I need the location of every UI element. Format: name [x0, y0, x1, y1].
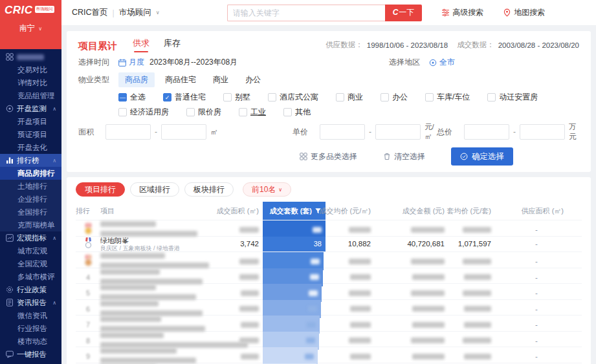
masked-text: [100, 279, 203, 284]
main-area: CRIC首页 | 市场顾问 ∨ C一下 高级搜索 地图搜索: [61, 0, 596, 364]
masked-text: [305, 354, 314, 359]
region-value[interactable]: 全市: [439, 57, 455, 68]
checkbox-icon: [223, 93, 232, 102]
sidebar-item[interactable]: 竞品组管理: [0, 89, 61, 102]
range-min-input[interactable]: [320, 124, 365, 140]
sidebar-group-item[interactable]: 行业政策: [0, 283, 61, 296]
subtype-checkbox[interactable]: 酒店式公寓: [268, 92, 318, 103]
rank-icon: [6, 156, 14, 164]
trash-icon: [383, 153, 391, 160]
table-row[interactable]: 绿地朗峯良庆区 / 五象南板块 / 绿地香港3,7423810,88240,72…: [76, 236, 582, 252]
sidebar-group-item[interactable]: 一键报告: [0, 348, 61, 361]
sidebar-item[interactable]: 预证项目: [0, 128, 61, 141]
table-row[interactable]: 7-: [76, 315, 582, 331]
sidebar-item[interactable]: 克而瑞榜单: [0, 219, 61, 231]
advanced-search-link[interactable]: 高级搜索: [441, 7, 483, 18]
subtype-checkbox[interactable]: —全选: [118, 92, 146, 103]
sidebar-group-item[interactable]: 排行榜∧: [0, 154, 61, 167]
table-row[interactable]: 4-: [76, 268, 582, 284]
masked-text: [463, 227, 491, 233]
sidebar-item[interactable]: 全国排行: [0, 206, 61, 219]
confirm-selection-button[interactable]: 确定选择: [451, 147, 513, 166]
sidebar-item[interactable]: 商品房排行: [0, 167, 61, 180]
subtype-checkbox[interactable]: ✓普通住宅: [163, 92, 206, 103]
search-button-label: 一下: [399, 8, 414, 17]
masked-text: [241, 290, 259, 296]
range-min-input[interactable]: [464, 124, 509, 140]
range-max-input[interactable]: [161, 124, 206, 140]
ranking-tab-板块排行[interactable]: 板块排行: [184, 182, 234, 197]
breadcrumb-home[interactable]: CRIC首页: [72, 7, 108, 18]
sidebar-item[interactable]: 土地排行: [0, 180, 61, 193]
range-max-input[interactable]: [375, 124, 421, 140]
sidebar-group-item[interactable]: 开盘监测∧: [0, 102, 61, 115]
checkbox-icon: [186, 108, 195, 116]
search-button[interactable]: C一下: [385, 5, 423, 21]
range-max-input[interactable]: [520, 124, 565, 140]
project-info: [100, 284, 196, 302]
table-row[interactable]: 5-: [76, 283, 582, 299]
sidebar-item[interactable]: 行业报告: [0, 322, 61, 335]
topbar: CRIC首页 | 市场顾问 ∨ C一下 高级搜索 地图搜索: [61, 0, 596, 26]
tab-供求[interactable]: 供求: [133, 37, 149, 52]
ranking-tab-项目排行[interactable]: 项目排行: [76, 182, 125, 197]
top-n-dropdown[interactable]: 前10名∨: [243, 182, 291, 197]
avg-price-cell: 10,882: [326, 237, 385, 252]
table-row[interactable]: 9-: [76, 347, 582, 363]
subtype-checkbox[interactable]: 办公: [381, 92, 408, 103]
sidebar-item[interactable]: 城市宏观: [0, 244, 61, 257]
chevron-up-icon: ∧: [52, 300, 56, 306]
city-selector[interactable]: 南宁 ∨: [5, 23, 57, 34]
sidebar-item-label: 楼市动态: [17, 337, 47, 347]
subtype-checkbox[interactable]: 商业: [336, 92, 363, 103]
range-min-input[interactable]: [105, 124, 151, 140]
time-range-value[interactable]: 2023年08月--2023年08月: [149, 57, 237, 68]
tab-库存[interactable]: 库存: [164, 37, 181, 52]
sidebar-item-label: 交易对比: [17, 65, 47, 75]
time-period-select[interactable]: 月度: [129, 57, 144, 68]
units-bar: [263, 347, 318, 364]
property-type-option[interactable]: 办公: [239, 72, 267, 87]
sidebar-header: CRIC 市场顾问 南宁 ∨: [0, 0, 61, 49]
property-type-option[interactable]: 商业: [206, 72, 235, 87]
column-header-units[interactable]: 成交套数 (套): [263, 202, 326, 220]
sidebar-item[interactable]: 交易对比: [0, 63, 61, 76]
table-row[interactable]: 6-: [76, 299, 582, 316]
masked-text: [100, 310, 203, 316]
property-type-option[interactable]: 商品房: [118, 72, 155, 87]
sidebar-item[interactable]: 详情对比: [0, 76, 61, 89]
subtype-checkbox[interactable]: 动迁安置房: [487, 92, 538, 103]
subtype-checkbox[interactable]: 经济适用房: [118, 107, 169, 118]
breadcrumb-module[interactable]: 市场顾问: [119, 7, 151, 18]
sidebar-item[interactable]: 开盘去化: [0, 141, 61, 154]
subtype-checkbox[interactable]: 限价房: [186, 107, 221, 118]
subtype-checkbox[interactable]: 其他: [283, 107, 311, 118]
subtype-checkbox[interactable]: 别墅: [223, 92, 250, 103]
sidebar-item[interactable]: 开盘项目: [0, 115, 61, 128]
property-type-option[interactable]: 商品住宅: [159, 72, 203, 87]
sidebar-item[interactable]: 楼市动态: [0, 335, 61, 348]
table-row[interactable]: -: [76, 220, 582, 236]
map-search-link[interactable]: 地图搜索: [503, 7, 545, 18]
subtype-checkbox[interactable]: 工业: [239, 107, 266, 118]
masked-text: [349, 290, 371, 296]
clear-selection-link[interactable]: 清空选择: [383, 151, 425, 162]
search-input[interactable]: [227, 5, 385, 21]
sidebar-group-item[interactable]: [0, 50, 61, 63]
more-categories-link[interactable]: 更多品类选择: [300, 151, 357, 162]
sidebar-item[interactable]: 多城市横评: [0, 270, 61, 283]
sidebar-item[interactable]: 微信资讯: [0, 309, 61, 322]
table-row[interactable]: -: [76, 252, 582, 268]
masked-text: [313, 227, 322, 233]
sidebar-item[interactable]: 全国宏观: [0, 257, 61, 270]
table-row[interactable]: 8-: [76, 331, 582, 347]
subtype-checkbox[interactable]: 车库/车位: [425, 92, 470, 103]
sidebar-item-label: 开盘项目: [17, 117, 47, 127]
sidebar-group-item[interactable]: 宏观指标∧: [0, 231, 61, 244]
data-ranges: 供应数据： 1998/10/06 - 2023/08/18 成交数据： 2003…: [326, 40, 579, 52]
column-header-label: 供应面积 (㎡): [522, 206, 564, 216]
sidebar-item[interactable]: 企业排行: [0, 193, 61, 206]
sidebar-group-item[interactable]: 资讯报告∧: [0, 296, 61, 309]
column-header-project: 项目: [100, 202, 223, 220]
ranking-tab-区域排行[interactable]: 区域排行: [130, 182, 179, 197]
